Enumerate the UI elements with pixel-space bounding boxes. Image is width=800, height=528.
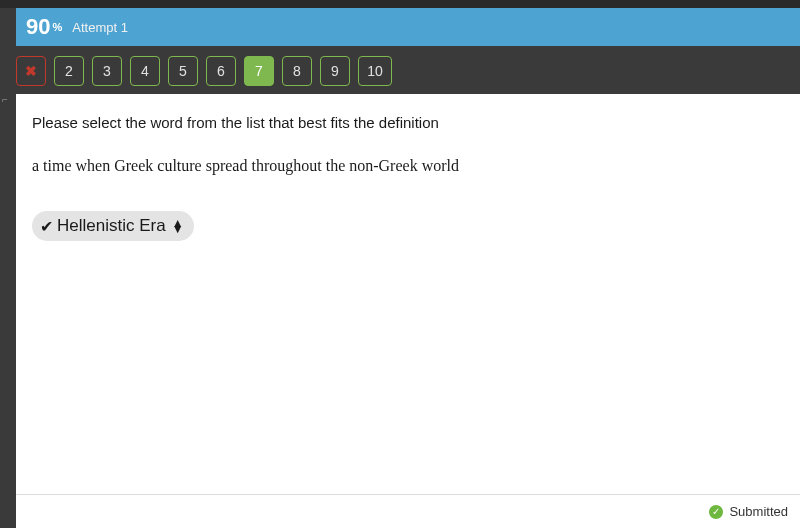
gutter-mark-icon: ⌐: [2, 94, 8, 105]
question-nav-6[interactable]: 6: [206, 56, 236, 86]
question-nav-4[interactable]: 4: [130, 56, 160, 86]
content-area: Please select the word from the list tha…: [16, 94, 800, 528]
question-nav-9[interactable]: 9: [320, 56, 350, 86]
close-icon: ✖: [25, 63, 37, 79]
question-nav-5[interactable]: 5: [168, 56, 198, 86]
definition-text: a time when Greek culture spread through…: [32, 157, 784, 175]
question-nav: ✖ 2345678910: [2, 46, 800, 96]
attempt-label: Attempt 1: [72, 20, 128, 35]
close-button[interactable]: ✖: [16, 56, 46, 86]
submitted-check-icon: ✓: [709, 505, 723, 519]
question-nav-3[interactable]: 3: [92, 56, 122, 86]
selected-answer: Hellenistic Era: [57, 216, 166, 236]
left-gutter: ⌐: [0, 46, 16, 528]
question-nav-8[interactable]: 8: [282, 56, 312, 86]
question-nav-10[interactable]: 10: [358, 56, 392, 86]
instruction-text: Please select the word from the list tha…: [32, 114, 784, 131]
score-percent-symbol: %: [52, 21, 62, 33]
answer-dropdown[interactable]: ✔ Hellenistic Era ▲▼: [32, 211, 194, 241]
window-top-strip: [0, 0, 800, 8]
footer-bar: ✓ Submitted: [16, 494, 800, 528]
score-bar: 90 % Attempt 1: [16, 8, 800, 46]
question-nav-2[interactable]: 2: [54, 56, 84, 86]
score-value: 90: [26, 14, 50, 40]
submitted-label: Submitted: [729, 504, 788, 519]
chevron-updown-icon: ▲▼: [172, 220, 184, 232]
checkmark-icon: ✔: [40, 217, 53, 236]
question-nav-7[interactable]: 7: [244, 56, 274, 86]
